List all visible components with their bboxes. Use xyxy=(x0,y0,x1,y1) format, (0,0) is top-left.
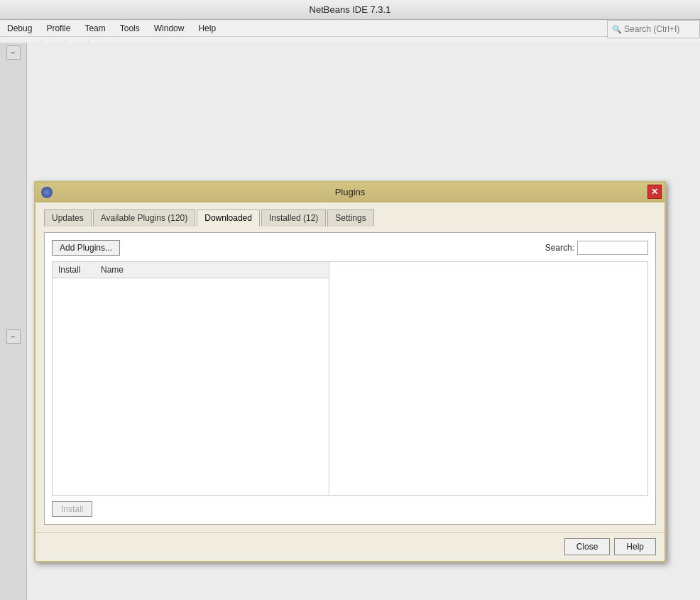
tab-installed[interactable]: Installed (12) xyxy=(261,209,326,227)
content-top-row: Add Plugins... Search: xyxy=(52,240,648,256)
split-panel: Install Name xyxy=(52,261,648,496)
sidebar-collapse-button[interactable]: − xyxy=(6,45,21,60)
search-label: Search: xyxy=(545,243,574,253)
sidebar-collapse-button-2[interactable]: − xyxy=(6,329,21,344)
content-area: Add Plugins... Search: Install Name xyxy=(44,232,656,525)
menu-team[interactable]: Team xyxy=(80,22,109,35)
add-plugins-button[interactable]: Add Plugins... xyxy=(52,240,120,256)
sidebar-left: − − xyxy=(0,43,27,600)
menu-debug[interactable]: Debug xyxy=(3,22,36,35)
menu-help[interactable]: Help xyxy=(194,22,220,35)
tab-downloaded[interactable]: Downloaded xyxy=(197,209,260,227)
menu-window[interactable]: Window xyxy=(150,22,189,35)
global-search-bar: 🔍 xyxy=(607,20,700,38)
dialog-title-bar: Plugins ✕ xyxy=(35,182,665,202)
help-button[interactable]: Help xyxy=(614,538,656,555)
bottom-row: Install xyxy=(52,501,648,517)
dialog-title-text: Plugins xyxy=(335,187,366,197)
tab-available-plugins[interactable]: Available Plugins (120) xyxy=(93,209,196,227)
title-bar: NetBeans IDE 7.3.1 xyxy=(0,0,700,20)
search-row: Search: xyxy=(545,241,648,255)
menu-tools[interactable]: Tools xyxy=(116,22,144,35)
dialog-overlay: Plugins ✕ Updates Available Plugins (120… xyxy=(0,43,700,600)
dialog-close-button[interactable]: ✕ xyxy=(647,185,662,199)
tab-updates[interactable]: Updates xyxy=(44,209,92,227)
tabs-container: Updates Available Plugins (120) Download… xyxy=(44,209,656,227)
window-title: NetBeans IDE 7.3.1 xyxy=(310,4,391,15)
menu-profile[interactable]: Profile xyxy=(42,22,75,35)
table-header: Install Name xyxy=(53,262,329,278)
column-install: Install xyxy=(58,265,101,275)
table-body xyxy=(53,278,329,493)
column-name: Name xyxy=(101,265,323,275)
workspace: − − Plugins ✕ Updates Available Plugins … xyxy=(0,43,700,600)
install-button[interactable]: Install xyxy=(52,501,92,517)
plugin-search-input[interactable] xyxy=(577,241,648,255)
panel-resize-handle[interactable] xyxy=(326,262,329,495)
global-search-input[interactable] xyxy=(624,24,695,34)
menu-bar: Debug Profile Team Tools Window Help 🔍 xyxy=(0,20,700,37)
dialog-icon xyxy=(41,187,53,198)
dialog-body: Updates Available Plugins (120) Download… xyxy=(35,202,665,532)
dialog-footer: Close Help xyxy=(35,532,665,561)
right-panel xyxy=(329,262,647,495)
tab-settings[interactable]: Settings xyxy=(327,209,373,227)
search-icon: 🔍 xyxy=(612,25,622,34)
close-button[interactable]: Close xyxy=(564,538,611,555)
left-panel: Install Name xyxy=(53,262,329,495)
plugins-dialog: Plugins ✕ Updates Available Plugins (120… xyxy=(34,181,666,562)
